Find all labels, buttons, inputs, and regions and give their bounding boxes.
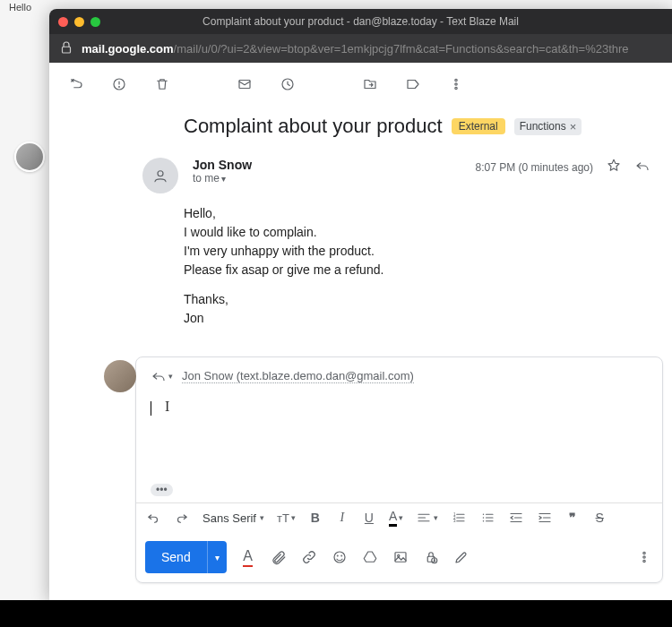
body-line: Thanks, (184, 290, 650, 309)
gmail-content-area: Complaint about your product External Fu… (49, 63, 672, 600)
insert-link-icon[interactable] (300, 549, 318, 565)
svg-point-7 (455, 82, 457, 84)
message-header: Jon Snow to me ▾ 8:07 PM (0 minutes ago) (49, 147, 672, 201)
numbered-list-icon[interactable]: 123 (451, 510, 467, 526)
body-line: Hello, (184, 204, 650, 223)
font-family-label: Sans Serif (202, 511, 256, 525)
send-button[interactable]: Send ▾ (145, 541, 227, 573)
labels-icon[interactable] (404, 75, 422, 93)
trimmed-content-row: ••• (136, 481, 662, 502)
window-title: Complaint about your product - dan@blaze… (58, 15, 663, 28)
bulleted-list-icon[interactable] (479, 510, 495, 526)
insert-emoji-icon[interactable] (331, 549, 349, 565)
text-format-toggle-icon[interactable]: A (239, 548, 257, 567)
back-icon[interactable] (67, 75, 85, 93)
svg-point-33 (341, 555, 342, 556)
text-color-icon[interactable]: A ▾ (389, 509, 403, 527)
mark-unread-icon[interactable] (236, 75, 254, 93)
svg-text:3: 3 (453, 519, 456, 523)
svg-point-40 (643, 560, 645, 562)
message-actions: 8:07 PM (0 minutes ago) (476, 158, 650, 176)
body-line: Please fix asap or give me a refund. (184, 261, 650, 279)
text-caret (151, 401, 151, 416)
indent-more-icon[interactable] (537, 510, 553, 526)
svg-rect-4 (239, 80, 250, 88)
window-titlebar: Complaint about your product - dan@blaze… (49, 9, 672, 34)
underline-icon[interactable]: U (362, 511, 376, 525)
svg-point-38 (643, 552, 645, 554)
send-button-label: Send (145, 550, 207, 564)
quote-icon[interactable]: ❞ (565, 511, 580, 526)
reply-header: ▾ Jon Snow (text.blaze.demo.dan@gmail.co… (136, 357, 662, 395)
send-options-dropdown[interactable]: ▾ (207, 541, 227, 573)
star-icon[interactable] (606, 158, 622, 176)
subject-text: Complaint about your product (184, 115, 443, 138)
recipient-details-chevron-icon[interactable]: ▾ (221, 174, 226, 184)
svg-point-6 (455, 79, 457, 81)
svg-point-39 (643, 556, 645, 558)
external-badge: External (452, 118, 505, 134)
delete-icon[interactable] (153, 75, 171, 93)
browser-window: Complaint about your product - dan@blaze… (49, 9, 672, 600)
attach-file-icon[interactable] (270, 549, 288, 565)
category-badge-label: Functions (520, 120, 566, 133)
snooze-icon[interactable] (279, 75, 297, 93)
message-toolbar (49, 63, 672, 106)
category-badge[interactable]: Functions × (514, 118, 582, 135)
reply-text-area[interactable]: I (136, 395, 662, 481)
bottom-black-strip (0, 600, 672, 627)
italic-icon[interactable]: I (335, 511, 349, 525)
more-options-icon[interactable] (635, 549, 653, 565)
reply-icon[interactable] (634, 158, 650, 176)
ibeam-cursor-icon: I (165, 399, 169, 415)
indent-less-icon[interactable] (508, 510, 524, 526)
spam-icon[interactable] (110, 75, 128, 93)
message-body: Hello, I would like to complain. I'm ver… (49, 201, 672, 346)
sender-name: Jon Snow (193, 158, 461, 172)
undo-icon[interactable] (145, 510, 161, 526)
svg-point-19 (483, 514, 485, 516)
browser-url-bar[interactable]: mail.google.com/mail/u/0/?ui=2&view=btop… (49, 34, 672, 63)
reply-compose-box: ▾ Jon Snow (text.blaze.demo.dan@gmail.co… (135, 356, 663, 583)
body-line: Jon (184, 309, 650, 328)
svg-point-35 (397, 554, 399, 556)
svg-point-20 (483, 517, 485, 519)
reply-user-avatar (104, 360, 136, 392)
maximize-window-button[interactable] (90, 17, 100, 27)
reply-to-field[interactable]: Jon Snow (text.blaze.demo.dan@gmail.com) (182, 369, 414, 383)
body-line: I'm very unhappy with the product. (184, 242, 650, 261)
redo-icon[interactable] (174, 510, 190, 526)
url-host: mail.google.com (82, 42, 174, 56)
sender-avatar[interactable] (142, 158, 178, 193)
move-to-icon[interactable] (361, 75, 379, 93)
font-family-dropdown[interactable]: Sans Serif ▾ (202, 511, 264, 525)
reply-type-dropdown[interactable]: ▾ (151, 368, 173, 384)
font-size-dropdown[interactable]: тТ ▾ (277, 511, 296, 525)
align-icon[interactable]: ▾ (416, 510, 438, 526)
strikethrough-icon[interactable]: S (592, 511, 607, 525)
minimize-window-button[interactable] (74, 17, 84, 27)
confidential-mode-icon[interactable] (422, 549, 440, 565)
insert-drive-icon[interactable] (361, 549, 379, 565)
formatting-toolbar: Sans Serif ▾ тТ ▾ B I U A ▾ ▾ 123 ❞ S (136, 502, 662, 532)
url-path: /mail/u/0/?ui=2&view=btop&ver=1emkjpcjg7… (174, 42, 629, 56)
message-timestamp: 8:07 PM (0 minutes ago) (476, 161, 593, 174)
recipient-line[interactable]: to me ▾ (193, 172, 461, 185)
show-trimmed-button[interactable]: ••• (151, 484, 173, 496)
insert-signature-icon[interactable] (452, 549, 470, 565)
body-line: I would like to complain. (184, 223, 650, 242)
svg-point-3 (119, 86, 120, 87)
insert-photo-icon[interactable] (392, 549, 409, 565)
desktop-avatar-overlay (14, 142, 45, 172)
subject-row: Complaint about your product External Fu… (49, 106, 672, 147)
remove-label-icon[interactable]: × (570, 120, 577, 133)
url-text: mail.google.com/mail/u/0/?ui=2&view=btop… (82, 42, 629, 56)
lock-icon (58, 39, 74, 58)
recipient-text: to me (193, 172, 220, 185)
bold-icon[interactable]: B (308, 511, 323, 525)
more-menu-icon[interactable] (447, 75, 465, 93)
svg-rect-0 (63, 47, 71, 53)
svg-point-8 (455, 87, 457, 89)
message-meta: Jon Snow to me ▾ (193, 158, 461, 185)
close-window-button[interactable] (58, 17, 68, 27)
